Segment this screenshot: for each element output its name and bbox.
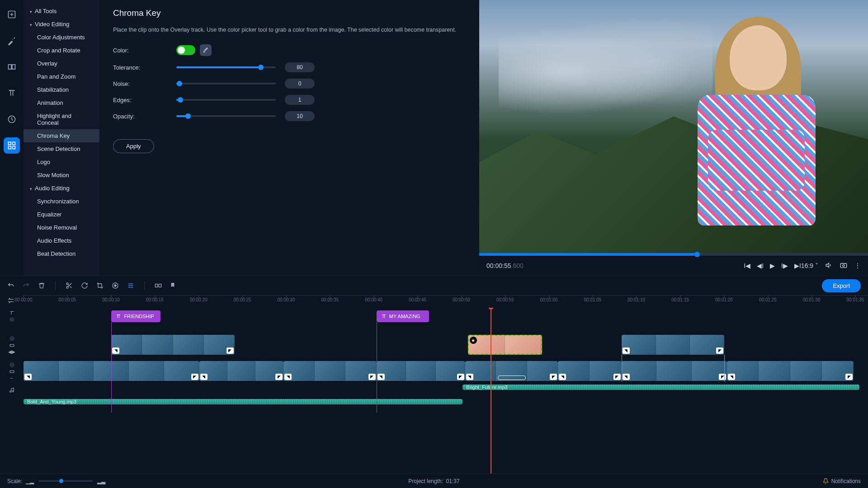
clip-start-icon[interactable]: ◥ bbox=[112, 347, 119, 354]
timeline-ruler[interactable]: 00:00:0000:00:0500:00:1000:00:1500:00:20… bbox=[0, 295, 868, 308]
prev-step-back-icon[interactable]: ◀I bbox=[757, 262, 764, 269]
rail-text[interactable] bbox=[4, 85, 20, 101]
clip-start-icon[interactable]: ◥ bbox=[559, 374, 566, 380]
clip-start-icon[interactable]: ◥ bbox=[728, 374, 735, 380]
title-track[interactable]: FRIENDSHIPMY AMAZING bbox=[24, 310, 868, 322]
sidebar-group-video[interactable]: Video Editing bbox=[24, 18, 99, 31]
overlay-track[interactable]: ◀▶ ◥◤★◥◤ bbox=[24, 335, 868, 355]
audio-track-2[interactable]: Bold_And_Young.mp3 bbox=[24, 399, 868, 415]
delete-icon[interactable] bbox=[38, 282, 45, 289]
clip-end-icon[interactable]: ◤ bbox=[457, 374, 464, 380]
title-clip[interactable]: FRIENDSHIP bbox=[111, 310, 160, 322]
rail-import[interactable] bbox=[4, 6, 20, 23]
snapshot-icon[interactable] bbox=[840, 262, 847, 270]
sidebar-item-pan-and-zoom[interactable]: Pan and Zoom bbox=[24, 70, 99, 83]
scale-minus-icon[interactable]: ▁▂ bbox=[26, 478, 34, 484]
slider-2[interactable] bbox=[176, 99, 276, 101]
sidebar-item-scene-detection[interactable]: Scene Detection bbox=[24, 142, 99, 155]
slider-1[interactable] bbox=[176, 83, 276, 84]
clip-start-icon[interactable]: ◥ bbox=[284, 374, 292, 380]
video-clip[interactable]: ◥◤ bbox=[622, 361, 727, 381]
color-toggle[interactable] bbox=[176, 45, 195, 55]
sidebar-item-logo[interactable]: Logo bbox=[24, 155, 99, 169]
video-clip[interactable]: ◥◤ bbox=[199, 361, 284, 381]
slider-0[interactable] bbox=[176, 66, 276, 68]
playhead[interactable] bbox=[491, 308, 491, 474]
crop-icon[interactable] bbox=[96, 282, 104, 289]
rotate-icon[interactable] bbox=[81, 282, 88, 289]
video-clip[interactable]: ◥◤ bbox=[283, 361, 376, 381]
sidebar-item-noise-removal[interactable]: Noise Removal bbox=[24, 221, 99, 234]
prev-step-fwd-icon[interactable]: I▶ bbox=[781, 262, 788, 269]
notifications-button[interactable]: Notifications bbox=[823, 478, 861, 484]
prev-play-icon[interactable]: ▶ bbox=[770, 262, 775, 269]
audio-clip[interactable]: Bold_And_Young.mp3 bbox=[24, 399, 462, 404]
clip-start-icon[interactable]: ◥ bbox=[377, 374, 385, 380]
video-clip[interactable]: ◥◤ bbox=[558, 361, 621, 381]
redo-icon[interactable] bbox=[23, 282, 30, 289]
sidebar-item-animation[interactable]: Animation bbox=[24, 96, 99, 109]
video-clip[interactable]: ◥◤ bbox=[465, 361, 558, 381]
scale-plus-icon[interactable]: ▂▃ bbox=[97, 478, 105, 484]
clip-end-icon[interactable]: ◤ bbox=[613, 374, 621, 380]
record-icon[interactable] bbox=[112, 282, 119, 289]
marker-icon[interactable] bbox=[170, 282, 177, 289]
export-button[interactable]: Export bbox=[822, 279, 861, 292]
star-icon[interactable]: ★ bbox=[470, 337, 477, 344]
sidebar-item-equalizer[interactable]: Equalizer bbox=[24, 208, 99, 221]
transition-tl-icon[interactable] bbox=[155, 282, 162, 289]
audio-clip[interactable]: Bright_Future.mp3 bbox=[462, 385, 859, 390]
sidebar-item-overlay[interactable]: Overlay bbox=[24, 57, 99, 70]
apply-button[interactable]: Apply bbox=[113, 139, 154, 153]
preview-progress[interactable] bbox=[479, 253, 868, 256]
clip-end-icon[interactable]: ◤ bbox=[368, 374, 376, 380]
clip-end-icon[interactable]: ◤ bbox=[719, 374, 726, 380]
sidebar-item-color-adjustments[interactable]: Color Adjustments bbox=[24, 31, 99, 44]
rail-more[interactable] bbox=[4, 137, 20, 154]
title-clip[interactable]: MY AMAZING bbox=[377, 310, 429, 322]
sidebar-item-chroma-key[interactable]: Chroma Key bbox=[24, 129, 99, 142]
slider-3[interactable] bbox=[176, 115, 276, 117]
preview-canvas[interactable] bbox=[479, 0, 868, 253]
aspect-dropdown[interactable]: 16:9 ˅ bbox=[801, 262, 818, 269]
prev-skip-end-icon[interactable]: ▶I bbox=[794, 262, 801, 269]
audio-track-1[interactable]: Bright_Future.mp3 bbox=[24, 385, 868, 395]
add-track-icon[interactable] bbox=[7, 297, 14, 305]
sidebar-item-synchronization[interactable]: Synchronization bbox=[24, 195, 99, 208]
sidebar-item-beat-detection[interactable]: Beat Detection bbox=[24, 247, 99, 260]
clip-start-icon[interactable]: ◥ bbox=[623, 347, 630, 354]
clip-start-icon[interactable]: ◥ bbox=[466, 374, 473, 380]
sidebar-item-audio-effects[interactable]: Audio Effects bbox=[24, 234, 99, 247]
video-clip[interactable]: ★ bbox=[468, 335, 542, 355]
volume-icon[interactable] bbox=[826, 262, 833, 270]
prev-skip-start-icon[interactable]: I◀ bbox=[744, 262, 750, 269]
video-clip[interactable]: ◥◤ bbox=[622, 335, 725, 355]
sidebar-item-stabilization[interactable]: Stabilization bbox=[24, 83, 99, 96]
video-clip[interactable]: ◥◤ bbox=[111, 335, 235, 355]
color-picker-button[interactable] bbox=[200, 44, 212, 56]
sidebar-group-audio[interactable]: Audio Editing bbox=[24, 182, 99, 195]
scale-slider[interactable] bbox=[38, 480, 93, 482]
sidebar-item-slow-motion[interactable]: Slow Motion bbox=[24, 169, 99, 182]
clip-start-icon[interactable]: ◥ bbox=[24, 374, 32, 380]
clip-end-icon[interactable]: ◤ bbox=[226, 347, 234, 354]
rail-transition[interactable] bbox=[4, 59, 20, 75]
cut-icon[interactable] bbox=[66, 282, 73, 289]
clip-end-icon[interactable]: ◤ bbox=[845, 374, 853, 380]
video-clip[interactable]: ◥◤ bbox=[377, 361, 465, 381]
tracks-area[interactable]: FRIENDSHIPMY AMAZING ◀▶ ◥◤★◥◤ ← ◥◤◥◤◥◤◥◤… bbox=[0, 308, 868, 474]
clip-end-icon[interactable]: ◤ bbox=[716, 347, 723, 354]
rail-clock[interactable] bbox=[4, 111, 20, 127]
prev-menu-icon[interactable]: ⋮ bbox=[854, 262, 861, 269]
properties-icon[interactable] bbox=[127, 282, 134, 289]
video-track[interactable]: ← ◥◤◥◤◥◤◥◤◥◤◥◤◥◤◥◤ bbox=[24, 361, 868, 381]
clip-end-icon[interactable]: ◤ bbox=[275, 374, 283, 380]
sidebar-item-highlight-and-conceal[interactable]: Highlight and Conceal bbox=[24, 109, 99, 129]
clip-start-icon[interactable]: ◥ bbox=[200, 374, 208, 380]
undo-icon[interactable] bbox=[7, 282, 14, 289]
sidebar-all-tools[interactable]: All Tools bbox=[24, 5, 99, 18]
clip-end-icon[interactable]: ◤ bbox=[550, 374, 557, 380]
clip-start-icon[interactable]: ◥ bbox=[623, 374, 630, 380]
clip-end-icon[interactable]: ◤ bbox=[191, 374, 198, 380]
sidebar-item-crop-and-rotate[interactable]: Crop and Rotate bbox=[24, 44, 99, 57]
